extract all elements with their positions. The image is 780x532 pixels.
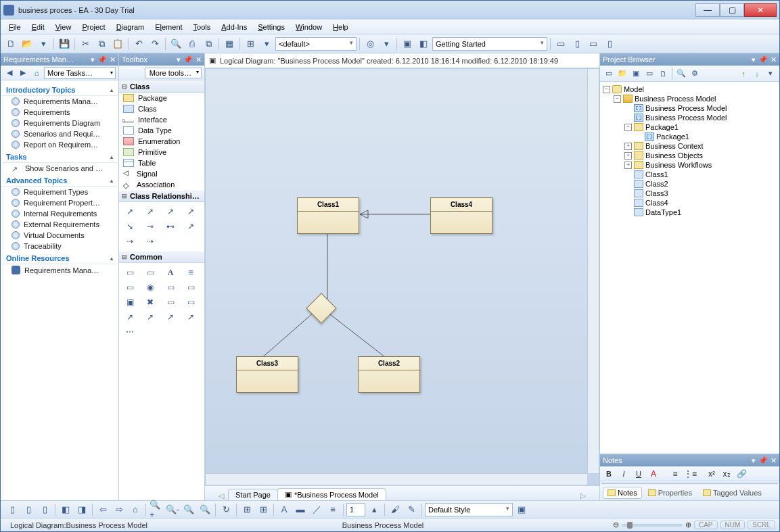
common-tool[interactable]: ↗ [184, 312, 198, 322]
common-tool[interactable]: ▭ [164, 282, 177, 293]
task-item[interactable]: Show Scenarios and … [2, 163, 117, 174]
vertical-scrollbar[interactable] [587, 69, 599, 473]
project-browser-header[interactable]: Project Browser ▾📌✕ [600, 53, 779, 66]
home-icon[interactable]: ⌂ [30, 67, 43, 79]
tab-notes[interactable]: Notes [603, 487, 642, 499]
menu-view[interactable]: View [51, 22, 76, 32]
toolbox-header[interactable]: Toolbox ▾📌✕ [119, 53, 204, 66]
zoom-fit-icon[interactable]: 🔍 [181, 502, 196, 517]
horizontal-scrollbar[interactable] [206, 473, 587, 485]
minimize-button[interactable]: — [695, 3, 720, 17]
pb-up-icon[interactable]: ↑ [737, 68, 750, 80]
tab-bpm[interactable]: ▣*Business Process Model [277, 488, 386, 500]
grid-icon[interactable]: ▦ [222, 37, 237, 51]
tab-start-page[interactable]: Start Page [228, 489, 278, 500]
common-tool[interactable]: ↗ [143, 312, 157, 322]
layer-spin[interactable] [346, 503, 365, 516]
underline-icon[interactable]: U [633, 469, 645, 479]
spin-up-icon[interactable]: ▴ [367, 502, 382, 517]
zoom-100-icon[interactable]: 🔍 [198, 502, 212, 517]
tree-bcontext[interactable]: +Business Context [601, 141, 778, 151]
more-tools-button[interactable]: More tools… [145, 68, 202, 78]
italic-icon[interactable]: I [618, 469, 630, 479]
style-combo[interactable]: Default Style [425, 503, 513, 516]
tree-class3[interactable]: Class3 [601, 189, 778, 198]
pb-pkg-icon[interactable]: 📁 [616, 68, 628, 80]
pin-icon[interactable]: ▾ [752, 55, 756, 64]
cut-icon[interactable]: ✂ [78, 37, 93, 51]
rel-tool[interactable]: ⊸ [143, 221, 157, 232]
common-tool[interactable]: ▭ [123, 282, 137, 293]
sub-icon[interactable]: x₂ [720, 469, 733, 479]
intro-item[interactable]: Requirements Mana… [2, 96, 117, 107]
maximize-button[interactable]: ▢ [720, 3, 744, 17]
tool-primitive[interactable]: Primitive [119, 147, 204, 158]
tool-table[interactable]: Table [119, 158, 204, 168]
tree-pkg1[interactable]: −Package1 [601, 122, 778, 132]
zoom-slider[interactable] [622, 524, 683, 527]
intro-item[interactable]: Requirements Diagram [2, 118, 117, 128]
tool-signal[interactable]: Signal [119, 168, 204, 179]
class4-box[interactable]: Class4 [430, 197, 492, 234]
decision-node[interactable] [306, 293, 336, 323]
pb-elem-icon[interactable]: ▭ [643, 68, 656, 80]
tool-association[interactable]: Association [119, 179, 204, 190]
panel1-icon[interactable]: ▭ [553, 37, 568, 51]
notes-textarea[interactable] [601, 483, 778, 484]
common-tool[interactable]: ↗ [123, 312, 137, 322]
section-tasks[interactable]: Tasks [2, 150, 117, 163]
pb-menu-icon[interactable]: ▾ [764, 68, 777, 80]
zoom-out-status[interactable]: ⊖ [613, 521, 619, 529]
tool-package[interactable]: Package [119, 93, 204, 103]
tab-properties[interactable]: Properties [643, 487, 697, 499]
menu-addins[interactable]: Add-Ins [217, 22, 251, 32]
refresh-icon[interactable]: ↻ [219, 502, 233, 517]
zoom-in-icon[interactable]: 🔍+ [149, 502, 164, 517]
getting-started-combo[interactable]: Getting Started [432, 37, 547, 51]
more-tasks-combo[interactable]: More Tasks… [44, 67, 116, 79]
win-icon[interactable]: ◧ [416, 37, 431, 51]
tool-enumeration[interactable]: Enumeration [119, 136, 204, 147]
rel-tool[interactable]: ↗ [184, 206, 198, 217]
close-panel-icon[interactable]: ✕ [771, 456, 777, 465]
panel3-icon[interactable]: ▭ [586, 37, 601, 51]
adv-item[interactable]: Virtual Documents [2, 230, 117, 241]
notes-header[interactable]: Notes ▾📌✕ [600, 454, 779, 466]
common-tool[interactable]: ▭ [143, 267, 157, 278]
common-tool[interactable]: ↗ [164, 312, 177, 322]
nav-back-icon[interactable]: ⇦ [95, 502, 110, 517]
tab-nav-left[interactable]: ◁ [219, 491, 224, 500]
dist-v-icon[interactable]: ◨ [74, 502, 89, 517]
close-button[interactable]: ✕ [744, 3, 777, 17]
adv-item[interactable]: Traceability [2, 241, 117, 251]
rel-tool[interactable] [164, 236, 177, 247]
common-tool[interactable]: ≡ [184, 267, 198, 278]
link-icon[interactable]: 🔗 [735, 469, 748, 479]
sup-icon[interactable]: x² [706, 469, 718, 479]
nav-home-icon[interactable]: ⌂ [128, 502, 143, 517]
common-tool[interactable]: ▭ [184, 282, 198, 293]
zoom-out-icon[interactable]: 🔍- [165, 502, 180, 517]
tree-model[interactable]: −Model [601, 84, 778, 94]
search-icon[interactable]: 🔍 [168, 37, 183, 51]
diagram-icon[interactable]: ▣ [400, 37, 415, 51]
layout-icon[interactable]: ⊞ [239, 502, 254, 517]
section-intro[interactable]: Introductory Topics [2, 83, 117, 96]
menu-element[interactable]: Element [151, 22, 186, 32]
tool-interface[interactable]: Interface [119, 114, 204, 125]
new-icon[interactable]: 🗋 [3, 37, 18, 51]
class2-box[interactable]: Class2 [358, 356, 420, 393]
fill-icon[interactable]: ▬ [293, 502, 308, 517]
section-advanced[interactable]: Advanced Topics [2, 174, 117, 187]
adv-item[interactable]: Requirement Propert… [2, 197, 117, 208]
rel-tool[interactable]: ↗ [184, 221, 198, 232]
intro-item[interactable]: Requirements [2, 107, 117, 118]
auto-hide-icon[interactable]: 📌 [758, 456, 768, 465]
diagram-canvas[interactable]: Class1 Class4 Class3 Class2 [205, 68, 599, 485]
auto-hide-icon[interactable]: 📌 [758, 55, 768, 64]
rel-tool[interactable]: ⇢ [143, 236, 157, 247]
rel-tool[interactable]: ↗ [164, 206, 177, 217]
font-icon[interactable]: A [277, 502, 292, 517]
tool-datatype[interactable]: Data Type [119, 125, 204, 136]
list-num-icon[interactable]: ≡ [669, 469, 681, 479]
